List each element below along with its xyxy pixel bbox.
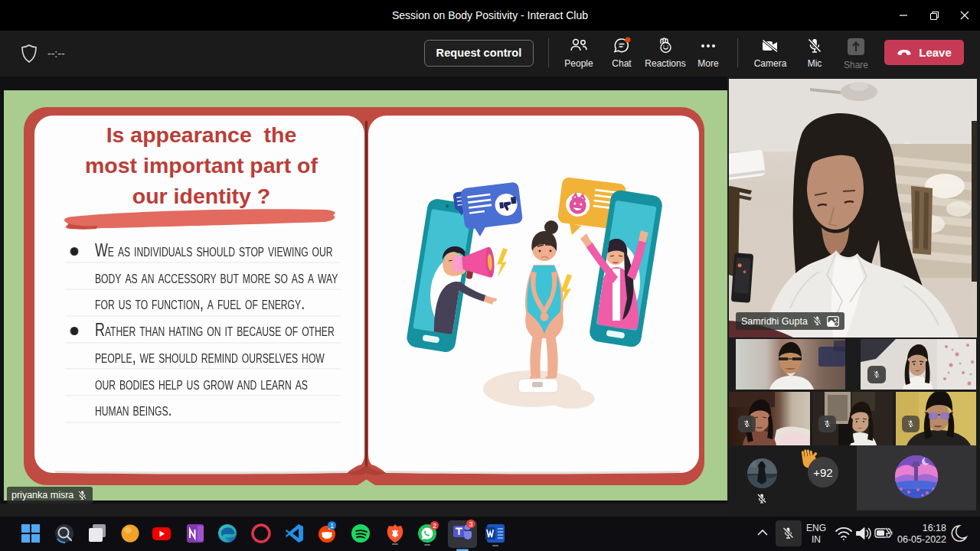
svg-text:2: 2 [433,522,436,530]
svg-text:16:18: 16:18 [923,523,946,533]
svg-text:IN: IN [812,534,821,545]
svg-text:3: 3 [469,520,472,528]
svg-text:ENG: ENG [806,523,826,533]
svg-text:1: 1 [330,522,334,530]
svg-text:06-05-2022: 06-05-2022 [897,534,946,545]
